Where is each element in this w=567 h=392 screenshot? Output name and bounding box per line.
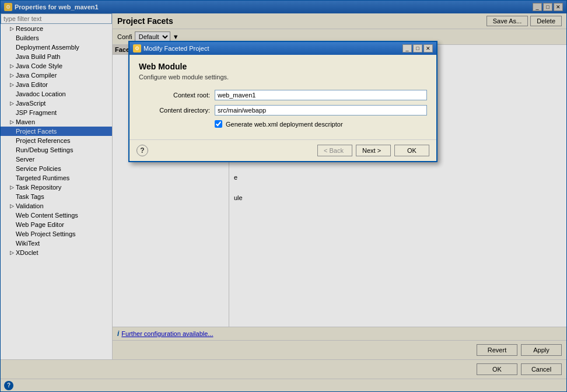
context-root-input[interactable] [215,90,427,100]
checkbox-label: Generate web.xml deployment descriptor [226,121,343,128]
next-button[interactable]: Next > [356,145,391,156]
modal-title-buttons: _ □ ✕ [402,44,433,52]
modal-maximize-button[interactable]: □ [413,44,422,52]
modal-subtitle: Configure web module settings. [139,74,427,80]
modal-footer-right: < Back Next > OK [317,145,429,156]
content-dir-input[interactable] [215,105,427,116]
back-button[interactable]: < Back [317,145,352,156]
context-root-label: Context root: [139,92,215,99]
context-root-row: Context root: [139,90,427,100]
modal-title-bar: ⚙ Modify Faceted Project _ □ ✕ [130,42,436,55]
modal-overlay: ⚙ Modify Faceted Project _ □ ✕ Web Modul… [0,0,567,392]
modal-title-text: Modify Faceted Project [144,45,209,52]
generate-xml-checkbox[interactable] [215,120,222,128]
modal-footer: ? < Back Next > OK [130,139,436,161]
content-dir-label: Content directory: [139,107,215,114]
modal-close-button[interactable]: ✕ [424,44,433,52]
modal-heading: Web Module [139,62,427,71]
modal-help-button[interactable]: ? [136,145,148,156]
modal-icon: ⚙ [133,44,141,52]
checkbox-row: Generate web.xml deployment descriptor [215,120,427,128]
modal-minimize-button[interactable]: _ [402,44,412,52]
content-dir-row: Content directory: [139,105,427,116]
modal-body: Web Module Configure web module settings… [130,55,436,139]
modal-dialog: ⚙ Modify Faceted Project _ □ ✕ Web Modul… [128,41,438,162]
modal-ok-button[interactable]: OK [394,145,429,156]
modal-title-left: ⚙ Modify Faceted Project [133,44,209,52]
